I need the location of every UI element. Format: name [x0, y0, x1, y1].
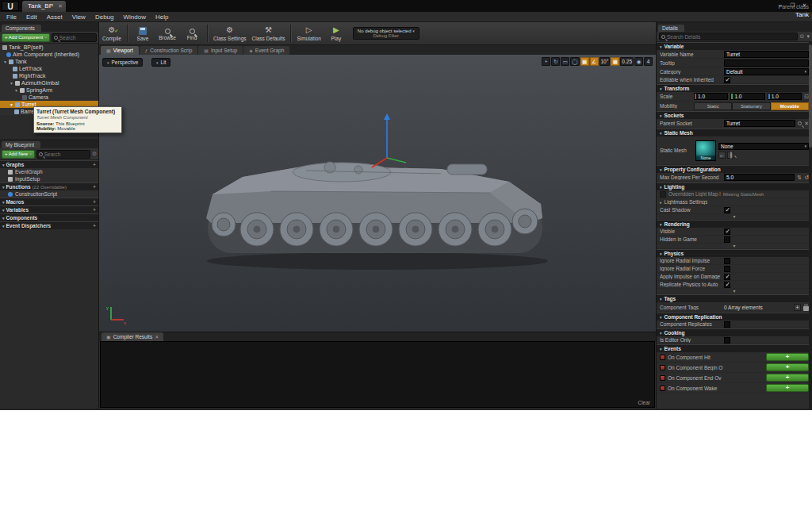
add-event-begin-overlap-button[interactable]: + — [766, 363, 809, 371]
section-component-replication[interactable]: ▾Component Replication — [657, 313, 812, 320]
transform-gizmo[interactable] — [366, 112, 411, 171]
visible-checkbox[interactable] — [724, 228, 730, 235]
filter-icon[interactable]: ▾ — [806, 33, 810, 40]
details-scrollbar[interactable] — [809, 41, 812, 409]
add-event-hit-button[interactable]: + — [766, 353, 809, 361]
collapse-arrow-icon[interactable]: ▾ — [660, 222, 662, 227]
add-event-wake-button[interactable]: + — [766, 384, 809, 392]
add-new-button[interactable]: + Add New ▾ — [2, 150, 35, 159]
component-tree-item-springarm[interactable]: ▼SpringArm — [0, 86, 98, 94]
static-mesh-thumbnail[interactable]: None — [695, 140, 716, 161]
grid-snap-icon[interactable]: ▦ — [580, 57, 589, 66]
replicate-physics-checkbox[interactable] — [724, 282, 730, 288]
save-button[interactable]: Save — [133, 26, 152, 41]
scale-snap-icon[interactable]: ▦ — [611, 57, 619, 66]
browse-button[interactable]: Browse — [158, 27, 177, 40]
add-variable-icon[interactable]: + — [93, 207, 96, 213]
components-search-input[interactable] — [59, 35, 94, 40]
section-rendering[interactable]: ▾Rendering — [657, 220, 812, 228]
max-degrees-input[interactable] — [724, 174, 795, 181]
expand-arrow-icon[interactable]: ▼ — [10, 81, 13, 86]
graph-item-eventgraph[interactable]: EventGraph — [0, 168, 98, 175]
tab-details[interactable]: Details — [658, 25, 684, 32]
collapse-arrow-icon[interactable]: ▾ — [660, 331, 662, 336]
camera-speed-icon[interactable]: ◉ — [634, 57, 643, 66]
component-tree-item-lefttrack[interactable]: LeftTrack — [0, 65, 98, 72]
override-lightmap-checkbox[interactable] — [660, 191, 666, 198]
scale-x-field[interactable]: 1.0 — [694, 93, 728, 100]
lighting-expand-more[interactable]: ▾ — [657, 214, 812, 220]
menu-asset[interactable]: Asset — [42, 13, 67, 21]
row-lightmass-settings[interactable]: ▸ Lightmass Settings — [657, 198, 812, 206]
tab-viewport[interactable]: ▦Viewport — [101, 46, 139, 55]
add-graph-icon[interactable]: + — [93, 162, 96, 167]
perspective-dropdown[interactable]: ▾Perspective — [102, 58, 143, 67]
use-selected-asset-icon[interactable]: ← — [718, 152, 726, 159]
parent-socket-input[interactable] — [724, 120, 795, 127]
collapse-arrow-icon[interactable]: ▾ — [660, 167, 662, 172]
collapse-arrow-icon[interactable]: ▾ — [660, 297, 662, 301]
expand-arrow-icon[interactable]: ▼ — [14, 88, 18, 93]
section-static-mesh[interactable]: ▾Static Mesh — [657, 129, 812, 136]
compiler-results-output[interactable]: Clear — [100, 341, 655, 408]
tab-components[interactable]: Components — [2, 25, 41, 32]
section-tags[interactable]: ▾Tags — [657, 294, 812, 302]
spinner-icon[interactable]: ⇅ — [797, 175, 802, 181]
tab-compiler-results[interactable]: ▣ Compiler Results ✕ — [102, 332, 163, 341]
eye-icon[interactable]: ⊙ — [800, 33, 805, 40]
tab-construction-script[interactable]: ƒConstruction Scrip — [140, 46, 197, 55]
apply-impulse-checkbox[interactable] — [724, 274, 730, 280]
component-replicates-checkbox[interactable] — [724, 321, 730, 328]
menu-file[interactable]: File — [2, 13, 21, 21]
details-search-input[interactable] — [667, 34, 795, 40]
add-dispatcher-icon[interactable]: + — [93, 223, 96, 228]
find-button[interactable]: Find — [182, 27, 201, 40]
section-variable[interactable]: ▾Variable — [657, 42, 812, 50]
play-button[interactable]: ▶Play — [327, 25, 346, 41]
class-defaults-button[interactable]: ⚒Class Defaults — [252, 25, 285, 41]
collapse-arrow-icon[interactable]: ▾ — [660, 131, 662, 136]
mobility-static-button[interactable]: Static — [694, 102, 732, 110]
scrollbar-thumb[interactable] — [809, 44, 812, 148]
add-function-icon[interactable]: + — [93, 184, 96, 190]
ignore-radial-force-checkbox[interactable] — [724, 266, 730, 272]
category-dropdown[interactable]: Default▾ — [724, 68, 809, 75]
class-settings-button[interactable]: ⚙Class Settings — [213, 25, 247, 41]
simulation-button[interactable]: ▷Simulation — [297, 25, 320, 41]
static-mesh-dropdown[interactable]: None▾ — [718, 143, 809, 150]
collapse-arrow-icon[interactable]: ▾ — [660, 251, 662, 256]
menu-help[interactable]: Help — [151, 13, 173, 21]
parent-class-value[interactable]: Tank — [778, 11, 809, 19]
tab-event-graph[interactable]: ◈Event Graph — [243, 46, 289, 55]
rotation-snap-icon[interactable]: ∠ — [590, 57, 599, 66]
collapse-arrow-icon[interactable]: ▾ — [2, 216, 5, 221]
scale-snap-value[interactable]: 0.25 — [620, 57, 634, 66]
collapse-arrow-icon[interactable]: ▾ — [660, 113, 662, 118]
collapse-arrow-icon[interactable]: ▾ — [2, 163, 5, 167]
function-item-constructionscript[interactable]: ConstructionScript — [0, 190, 98, 198]
scale-z-field[interactable]: 1.0 — [768, 93, 802, 100]
section-event-dispatchers[interactable]: ▾Event Dispatchers+ — [0, 221, 98, 229]
expand-arrow-icon[interactable]: ▼ — [10, 102, 13, 107]
scale-y-field[interactable]: 1.0 — [730, 93, 764, 100]
collapse-arrow-icon[interactable]: ▾ — [660, 185, 662, 190]
section-property-configuration[interactable]: ▾Property Configuration — [657, 165, 812, 173]
add-component-button[interactable]: + Add Component ▾ — [2, 33, 50, 42]
section-cooking[interactable]: ▾Cooking — [657, 328, 812, 336]
physics-expand-more[interactable]: ▾ — [657, 289, 812, 294]
clear-log-button[interactable]: Clear — [638, 400, 650, 405]
ignore-radial-impulse-checkbox[interactable] — [724, 258, 730, 264]
is-editor-only-checkbox[interactable] — [724, 337, 730, 344]
section-macros[interactable]: ▾Macros+ — [0, 198, 98, 205]
section-lighting[interactable]: ▾Lighting — [657, 182, 812, 190]
variable-name-input[interactable] — [724, 51, 809, 58]
component-tree-item-self[interactable]: Tank_BP(self) — [0, 44, 98, 51]
my-blueprint-search-input[interactable] — [44, 152, 88, 157]
menu-edit[interactable]: Edit — [21, 13, 42, 21]
component-tree-item-camera[interactable]: Camera — [0, 94, 98, 101]
section-components-list[interactable]: ▾Components — [0, 213, 98, 221]
collapse-arrow-icon[interactable]: ▾ — [2, 200, 5, 205]
component-tree-item-righttrack[interactable]: RightTrack — [0, 72, 98, 79]
rotate-tool-icon[interactable]: ↻ — [551, 57, 560, 66]
component-tree-item-aim[interactable]: Aim Component (Inherited) — [0, 51, 98, 58]
